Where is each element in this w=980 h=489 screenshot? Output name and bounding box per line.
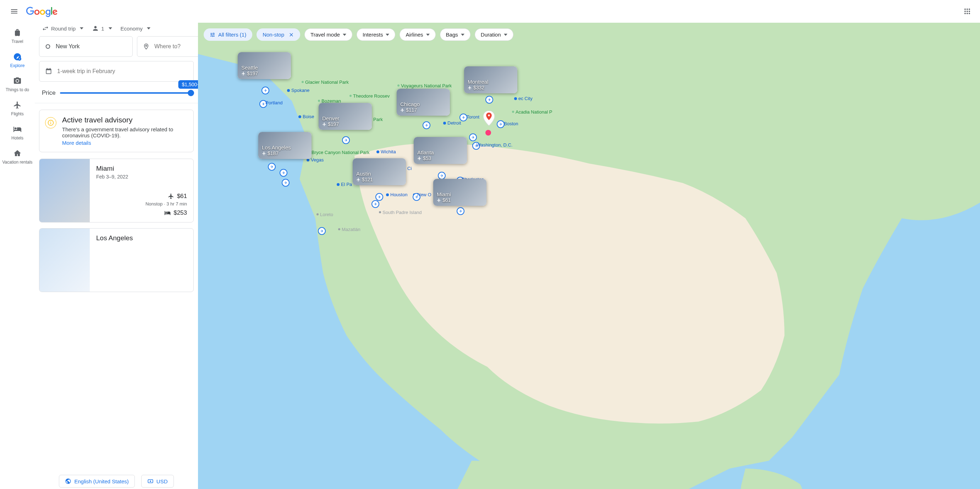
map-city-label[interactable]: Portland (266, 100, 282, 105)
airlines-chip[interactable]: Airlines (399, 29, 435, 41)
destination-input[interactable] (137, 36, 198, 57)
money-icon (147, 478, 154, 484)
date-input[interactable]: 1-week trip in February (39, 61, 194, 81)
cabin-dropdown[interactable]: Economy (121, 25, 151, 32)
origin-field[interactable] (56, 43, 127, 50)
map-park-label: Glacier National Park (305, 80, 349, 85)
close-icon[interactable] (288, 32, 294, 38)
map-city-label[interactable]: Vegas (311, 157, 324, 162)
map-park-label: Park (373, 117, 383, 122)
map-card-city: Los Angeles (262, 145, 308, 150)
trip-type-dropdown[interactable]: Round trip (42, 25, 83, 32)
origin-marker[interactable] (483, 111, 495, 127)
sidenav-item-vacation[interactable]: Vacation rentals (2, 149, 33, 165)
map-card-austin[interactable]: Austin$121 (353, 158, 406, 185)
map-background (198, 23, 980, 489)
airport-marker[interactable] (423, 121, 430, 129)
airport-marker[interactable] (438, 172, 445, 180)
advisory-link[interactable]: More details (62, 140, 91, 146)
bed-icon (13, 125, 22, 134)
map-card-thumb: Seattle$197 (238, 52, 291, 79)
airport-marker[interactable] (318, 227, 326, 235)
chevron-down-icon (147, 27, 150, 29)
airport-marker[interactable] (371, 200, 379, 208)
city-dot (337, 183, 340, 186)
result-hotel-price: $253 (173, 209, 187, 217)
plane-icon (468, 86, 472, 90)
place-dot (317, 213, 319, 215)
result-thumbnail (40, 159, 90, 222)
language-button[interactable]: English (United States) (59, 475, 134, 487)
plane-icon (168, 193, 174, 199)
city-dot (377, 150, 379, 153)
map[interactable]: All filters (1) Non-stop Travel mode Int… (198, 23, 980, 489)
map-city-label[interactable]: Houston (390, 192, 407, 197)
map-city-label[interactable]: Toront (466, 114, 479, 119)
duration-chip[interactable]: Duration (475, 29, 514, 41)
travel-advisory: Active travel advisory There's a governm… (39, 110, 194, 152)
airport-marker[interactable] (342, 136, 350, 144)
apps-button[interactable] (960, 4, 974, 18)
map-label: Mazatlán (342, 227, 361, 232)
nonstop-chip[interactable]: Non-stop (256, 29, 300, 41)
park-dot (318, 100, 320, 102)
apps-grid-icon (963, 7, 972, 16)
calendar-icon (45, 68, 52, 75)
sidenav-item-things[interactable]: Things to do (2, 76, 33, 92)
bags-chip[interactable]: Bags (440, 29, 471, 41)
map-card-denver[interactable]: Denver$197 (319, 103, 372, 130)
map-city-label[interactable]: New O (417, 192, 431, 197)
airport-marker[interactable] (282, 179, 290, 187)
bed-icon (164, 210, 171, 216)
map-card-price: $332 (468, 85, 514, 91)
map-city-label[interactable]: Ci (407, 166, 412, 171)
map-city-label[interactable]: Spokane (291, 88, 309, 93)
map-city-label[interactable]: El Pa (341, 182, 352, 187)
chevron-down-icon (461, 34, 465, 36)
map-card-thumb: Atlanta$53 (414, 137, 467, 164)
airport-marker[interactable] (497, 120, 504, 128)
map-card-miami[interactable]: Miami$61 (433, 179, 487, 206)
map-city-label[interactable]: Wichita (381, 149, 396, 155)
map-city-label[interactable]: Detroit (447, 120, 461, 126)
airport-marker[interactable] (268, 163, 276, 171)
airport-marker[interactable] (261, 87, 269, 94)
airport-marker[interactable] (280, 169, 287, 177)
passengers-dropdown[interactable]: 1 (92, 25, 112, 32)
search-panel: Round trip 1 Economy (35, 23, 198, 489)
interests-chip[interactable]: Interests (356, 29, 396, 41)
result-thumbnail (40, 229, 90, 292)
result-card-la[interactable]: Los Angeles (39, 228, 194, 292)
map-card-seattle[interactable]: Seattle$197 (238, 52, 291, 79)
map-card-montreal[interactable]: Montreal$332 (464, 66, 517, 93)
map-card-atlanta[interactable]: Atlanta$53 (414, 137, 467, 164)
result-card-miami[interactable]: Miami Feb 3–9, 2022 $61 Nonstop · 3 hr 7… (39, 159, 194, 223)
destination-field[interactable] (154, 43, 198, 50)
info-icon (45, 117, 56, 129)
map-city-label[interactable]: ec City (519, 96, 533, 101)
menu-button[interactable] (6, 3, 23, 20)
luggage-icon (13, 29, 22, 37)
map-city-label[interactable]: Boise (303, 114, 314, 119)
sidenav-item-hotels[interactable]: Hotels (2, 125, 33, 140)
sidenav-item-explore[interactable]: Explore (2, 53, 33, 68)
airport-marker[interactable] (469, 134, 477, 141)
map-card-chicago[interactable]: Chicago$117 (397, 89, 450, 116)
map-city-label[interactable]: Boston (504, 121, 518, 126)
sidenav-item-flights[interactable]: Flights (2, 101, 33, 116)
map-city-label[interactable]: Washington, D.C. (477, 142, 512, 148)
travel-mode-chip[interactable]: Travel mode (304, 29, 352, 41)
airport-marker[interactable] (485, 96, 493, 104)
google-logo[interactable] (25, 4, 58, 19)
all-filters-chip[interactable]: All filters (1) (204, 29, 252, 41)
plane-icon (400, 108, 404, 112)
currency-button[interactable]: USD (141, 475, 174, 487)
advisory-body: There's a government travel advisory rel… (62, 126, 188, 139)
origin-input[interactable] (39, 36, 133, 57)
airport-marker[interactable] (457, 207, 465, 215)
price-slider-thumb[interactable] (188, 90, 194, 96)
airport-marker[interactable] (375, 193, 383, 201)
sidenav-item-travel[interactable]: Travel (2, 29, 33, 44)
price-slider[interactable]: $1,500+ (60, 92, 191, 94)
map-card-los-angeles[interactable]: Los Angeles$187 (258, 132, 312, 159)
